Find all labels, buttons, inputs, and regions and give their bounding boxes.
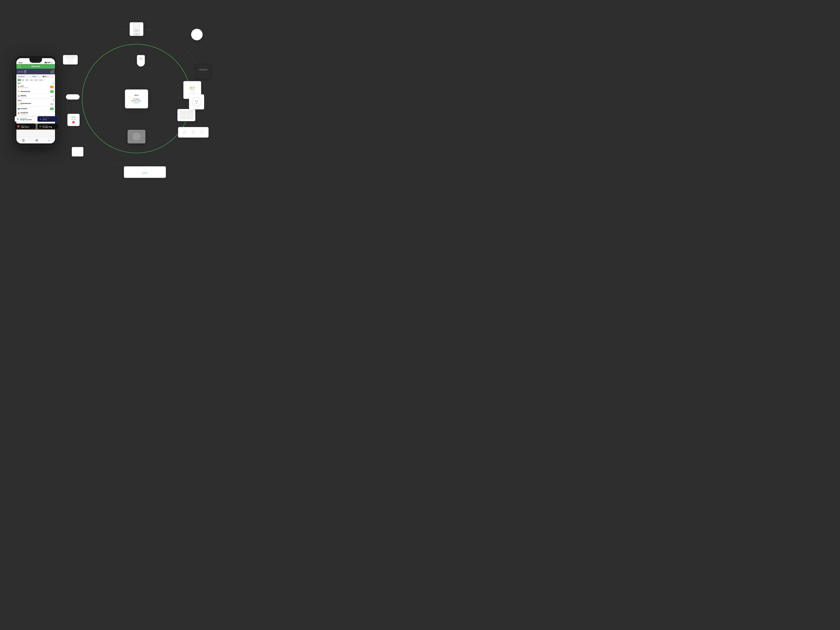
device-double-switch: [177, 109, 195, 121]
temp-status-icon: ⏱: [51, 86, 53, 88]
device-jalousie-sub: Geschlossen: [21, 96, 51, 98]
appstore-badge[interactable]: 🍎 Laden im App Store: [15, 123, 36, 129]
smart-plug-img: Wiser: [68, 114, 80, 126]
double-switch-img: [177, 109, 195, 121]
tab-kinder[interactable]: Kinder: [39, 79, 43, 81]
door-sensor-img: [63, 55, 78, 65]
schneider-module-img: [196, 65, 210, 78]
motion-sensor-img: [66, 94, 80, 99]
nav-home-icon[interactable]: 🏠: [22, 139, 25, 142]
device-network-hub: [191, 29, 203, 40]
scene-controller-img: [128, 130, 145, 144]
phone-screen: 22:44 ▮▮▮ WiFi 🔋 Übersicht 🌙 ☆: [16, 58, 55, 144]
googleplay-badge[interactable]: ▶ JETZT BEI Google Play: [37, 123, 58, 129]
badges-area: G works with the Google Assistant ◉ WORK…: [15, 116, 58, 129]
gateway-img: [72, 147, 84, 156]
hub-zigbee-label: ⬡ zigbee: [134, 98, 140, 100]
plug-hole-right: [74, 118, 76, 120]
smart-plug-brand: Wiser: [71, 116, 76, 118]
appstore-big: App Store: [21, 126, 29, 128]
device-light-name: Deckenleuchte: [21, 91, 50, 92]
hub-divider: [128, 97, 145, 97]
device-temp-name: 21.5°: [21, 85, 50, 87]
device-light-info: Deckenleuchte: [21, 91, 50, 92]
weather-icon: 🌙: [17, 71, 20, 73]
thermo-reading: |||: [141, 58, 141, 59]
device-temp[interactable]: 🔥 21.5° 23.5° bis 23:40 ⏱: [16, 85, 55, 89]
nav-music-icon[interactable]: ♪: [49, 139, 50, 142]
google-assistant-text: works with the Google Assistant: [20, 118, 32, 120]
room-thermo-temp: 20.5°: [189, 87, 195, 89]
googleplay-big: Google Play: [43, 126, 52, 128]
appstore-text: Laden im App Store: [21, 125, 29, 128]
panel-brand-row: Schneider: [142, 172, 147, 174]
device-esstisch[interactable]: 💡 Esstischleuchte Aus ⏻: [16, 102, 55, 106]
device-fenster-sub: Geschlossen: [21, 114, 54, 115]
switch-right: [187, 111, 193, 119]
wall-switch-img: ▲ ▼: [130, 22, 144, 36]
alexa-icon: ◉: [40, 118, 41, 120]
tab-all[interactable]: Alle: [17, 79, 21, 81]
temp-status[interactable]: ⏱: [50, 86, 54, 88]
alexa-badge[interactable]: ◉ WORKS With alexa: [37, 116, 58, 122]
socket-hole-r: [197, 100, 198, 102]
weather-right: ☀️ 06.01 20:58: [51, 69, 54, 74]
panel-top-row: [144, 170, 146, 172]
light-icon: 💡: [17, 90, 20, 92]
switch-down-arrow: ▼: [136, 33, 137, 35]
tab-bad[interactable]: Bad: [21, 79, 25, 81]
device-jalousie[interactable]: 🪟 Jalousie Geschlossen ▲ ▼: [16, 94, 55, 98]
device-motion-sensor: [66, 94, 80, 99]
google-big: Google Assistant: [20, 119, 32, 120]
phone-body: 22:44 ▮▮▮ WiFi 🔋 Übersicht 🌙 ☆: [15, 56, 57, 146]
scene-essen-label: Essen: [33, 76, 36, 77]
phone-wrapper: 22:44 ▮▮▮ WiFi 🔋 Übersicht 🌙 ☆: [15, 56, 57, 146]
room-wohn: Wohn ∧ 💡 Esstischleuchte Aus ⏻: [16, 98, 55, 116]
term3: [204, 69, 205, 71]
tab-kueche[interactable]: Küche: [34, 79, 38, 81]
scene-film-label: Film: [45, 76, 47, 77]
device-bottom-panel: Schneider: [124, 166, 166, 178]
jalousie-up[interactable]: ▲: [51, 95, 52, 97]
alexa-big: alexa: [43, 118, 49, 120]
device-fenster[interactable]: 🚪 Fenster/Tür Geschlossen: [16, 111, 55, 116]
tab-buero[interactable]: Büro: [30, 79, 33, 81]
ctrl-btn3: [201, 131, 204, 134]
thermo-minus[interactable]: −: [189, 92, 191, 94]
scene-film[interactable]: 🎬 Film: [42, 75, 54, 78]
jalousie-down[interactable]: ▼: [52, 95, 54, 97]
tab-wohn[interactable]: Wohn: [25, 79, 29, 81]
socket-gnd: [196, 103, 197, 104]
room-bad-header: Bad ∧: [16, 82, 55, 85]
socket-hole-l: [195, 100, 196, 102]
weather-left: 🌙 ☆ 12° Köln: [17, 69, 27, 74]
switch-up-arrow: ▲: [136, 30, 137, 31]
thermo-display: |||: [138, 57, 144, 60]
settings-icon[interactable]: [18, 65, 21, 68]
scene-essen[interactable]: 🍽️ Essen: [30, 75, 41, 78]
device-light[interactable]: 💡 Deckenleuchte ⏻: [16, 89, 55, 94]
scene-ctrl-knob: [133, 133, 140, 140]
ctrl-btn1: [183, 131, 186, 134]
weather-icon3: ☀️: [51, 69, 54, 71]
device-tv[interactable]: 📺 Fernseher ⏻: [16, 106, 55, 111]
google-assistant-icon: G: [17, 118, 19, 120]
room-bad: Bad ∧ 🔥 21.5° 23.5° bis 23:40 ⏱: [16, 82, 55, 98]
bottom-nav: 🏠 ⊞ ♪: [16, 137, 55, 144]
panel-schneider: Schneider: [142, 172, 147, 174]
google-assistant-badge[interactable]: G works with the Google Assistant: [15, 116, 36, 122]
esstisch-status[interactable]: ⏻: [50, 103, 54, 106]
tv-status[interactable]: ⏻: [50, 107, 54, 110]
thermo-plus[interactable]: +: [194, 92, 195, 94]
app-header: Übersicht: [16, 64, 55, 69]
scene-sparen[interactable]: 🛋️ Sparen: [17, 75, 29, 78]
tab-more[interactable]: ...: [44, 79, 46, 81]
jalousie-controls: ▲ ▼: [51, 95, 54, 97]
plug-holes: [71, 118, 76, 120]
device-gateway: [72, 147, 84, 156]
room-wohn-title: Wohn: [17, 100, 22, 101]
light-status[interactable]: ⏻: [50, 90, 54, 93]
device-radiator-thermo: |||: [137, 55, 145, 66]
wifi-icon: 📶: [132, 100, 133, 101]
nav-grid-icon[interactable]: ⊞: [36, 139, 38, 142]
